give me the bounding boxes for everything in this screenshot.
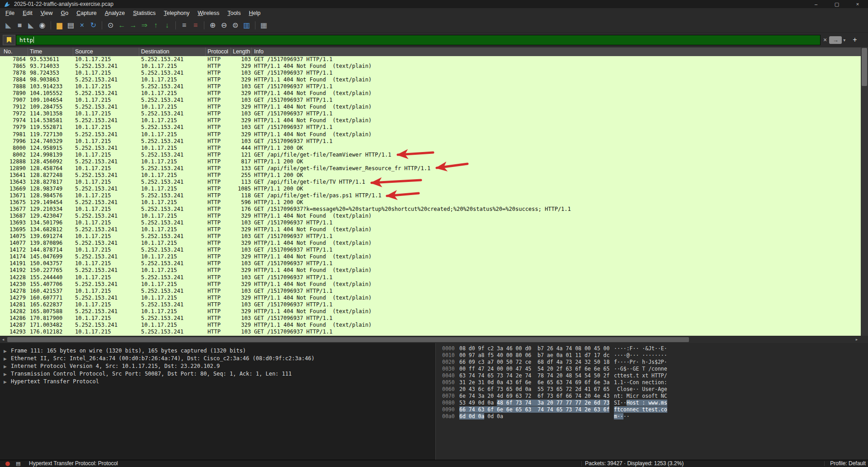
detail-line[interactable]: ▶Hypertext Transfer Protocol [0,377,435,385]
packet-row-13671[interactable]: 13671128.98457610.1.17.2155.252.153.241H… [0,192,861,199]
packet-row-14077[interactable]: 14077139.8708965.252.153.24110.1.17.215H… [0,240,861,247]
packet-row-13695[interactable]: 13695134.6828125.252.153.24110.1.17.215H… [0,226,861,233]
packet-row-7974[interactable]: 7974114.5385815.252.153.24110.1.17.215HT… [0,117,861,124]
minimize-button[interactable]: – [806,0,826,8]
hex-row[interactable]: 004063 74 74 65 73 74 2e 74 78 74 20 48 … [436,372,868,379]
hex-row[interactable]: 009066 74 63 6f 6e 6e 65 63 74 74 65 73 … [436,406,868,413]
packet-row-7878[interactable]: 787898.72435310.1.17.2155.252.153.241HTT… [0,70,861,76]
packet-row-14172[interactable]: 14172144.87871410.1.17.2155.252.153.241H… [0,247,861,253]
go-bottom-icon[interactable]: ↓ [161,20,173,31]
expand-arrow-icon[interactable]: ▶ [0,372,11,376]
filter-apply-button[interactable]: → [829,36,842,44]
menu-item-view[interactable]: View [37,9,57,18]
status-profile[interactable]: Profile: Default [830,460,866,467]
expert-info-icon[interactable] [5,462,10,466]
maximize-button[interactable]: ▢ [826,0,847,8]
column-header-destination[interactable]: Destination [139,48,206,56]
packet-row-14174[interactable]: 14174145.0476995.252.153.24110.1.17.215H… [0,253,861,260]
column-header-no[interactable]: No. [0,48,28,56]
menu-item-analyze[interactable]: Analyze [101,9,129,18]
hex-row[interactable]: 003000 ff 47 24 00 00 47 45 54 20 2f 63 … [436,366,868,372]
colorize-icon[interactable]: ≡ [179,20,190,31]
packet-row-14286[interactable]: 14286170.81790010.1.17.2155.252.153.241H… [0,315,861,322]
packet-list-horizontal-scrollbar[interactable]: ◂ ▸ [0,336,861,343]
packet-row-13675[interactable]: 13675129.1494545.252.153.24110.1.17.215H… [0,199,861,206]
packet-row-14191[interactable]: 14191150.04375710.1.17.2155.252.153.241H… [0,260,861,267]
open-file-icon[interactable]: ▆ [54,20,65,31]
zoom-out-icon[interactable]: ⊖ [218,20,230,31]
go-to-packet-icon[interactable]: ⇒ [139,20,150,31]
packet-row-7865[interactable]: 786593.7140335.252.153.24110.1.17.215HTT… [0,63,861,70]
packet-row-14192[interactable]: 14192150.2277655.252.153.24110.1.17.215H… [0,267,861,274]
capture-comment-icon[interactable]: ▤ [16,460,20,467]
detail-line[interactable]: ▶Frame 111: 165 bytes on wire (1320 bits… [0,346,435,354]
menu-item-capture[interactable]: Capture [72,9,100,18]
packet-row-13693[interactable]: 13693134.50179610.1.17.2155.252.153.241H… [0,219,861,226]
packet-row-7981[interactable]: 7981119.7271305.252.153.24110.1.17.215HT… [0,131,861,138]
close-file-icon[interactable]: × [76,20,88,31]
capture-options-icon[interactable]: ◉ [37,20,48,31]
expand-arrow-icon[interactable]: ▶ [0,380,11,384]
packet-list-header[interactable]: No.TimeSourceDestinationProtocolLengthIn… [0,47,861,56]
detail-line[interactable]: ▶Internet Protocol Version 4, Src: 10.1.… [0,362,435,369]
menu-item-help[interactable]: Help [245,9,264,18]
vertical-scroll-thumb[interactable] [862,48,867,86]
zoom-in-icon[interactable]: ⊕ [207,20,218,31]
packet-row-13687[interactable]: 13687129.4230475.252.153.24110.1.17.215H… [0,213,861,219]
go-top-icon[interactable]: ↑ [150,20,161,31]
packet-row-8002[interactable]: 8002124.99813910.1.17.2155.252.153.241HT… [0,152,861,158]
display-filter-input[interactable]: http [16,35,821,45]
filter-clear-button[interactable]: × [823,36,827,43]
detail-line[interactable]: ▶Transmission Control Protocol, Src Port… [0,369,435,377]
packet-row-14293[interactable]: 14293176.01218210.1.17.2155.252.153.241H… [0,329,861,335]
packet-row-12890[interactable]: 12890128.45876410.1.17.2155.252.153.241H… [0,165,861,172]
horizontal-scroll-thumb[interactable] [7,337,689,342]
hex-row[interactable]: 006020 43 6c 6f 73 65 0d 0a 55 73 65 72 … [436,386,868,393]
auto-scroll-icon[interactable]: ≡ [190,20,201,31]
packet-row-14279[interactable]: 14279160.6077715.252.153.24110.1.17.215H… [0,295,861,301]
restart-capture-icon[interactable]: ◣ [25,20,37,31]
zoom-100-icon[interactable]: ⊜ [230,20,241,31]
scroll-left-icon[interactable]: ◂ [0,336,6,343]
go-forward-icon[interactable]: → [127,20,139,31]
packet-row-7890[interactable]: 7890104.1055525.252.153.24110.1.17.215HT… [0,90,861,97]
packet-row-14282[interactable]: 14282165.8075885.252.153.24110.1.17.215H… [0,308,861,315]
filter-dropdown-icon[interactable]: ▾ [843,38,845,43]
menu-item-telephony[interactable]: Telephony [160,9,193,18]
hex-row[interactable]: 008053 49 0d 0a 48 6f 73 74 3a 20 77 77 … [436,400,868,406]
filter-bookmark-button[interactable] [3,35,15,45]
save-file-icon[interactable]: ▤ [65,20,76,31]
packet-row-7912[interactable]: 7912109.2847555.252.153.24110.1.17.215HT… [0,104,861,110]
hex-row[interactable]: 005031 2e 31 0d 0a 43 6f 6e 6e 65 63 74 … [436,379,868,386]
column-header-source[interactable]: Source [73,48,139,56]
scroll-right-icon[interactable]: ▸ [854,336,860,343]
start-capture-icon[interactable]: ◣ [3,20,14,31]
stop-capture-icon[interactable]: ■ [14,20,25,31]
packet-row-7972[interactable]: 7972114.30135810.1.17.2155.252.153.241HT… [0,110,861,117]
packet-row-7864[interactable]: 786493.53361110.1.17.2155.252.153.241HTT… [0,56,861,63]
column-header-protocol[interactable]: Protocol [206,48,231,56]
expand-arrow-icon[interactable]: ▶ [0,357,11,361]
display-columns-icon[interactable]: ▦ [258,20,269,31]
packet-row-7884[interactable]: 788498.9038635.252.153.24110.1.17.215HTT… [0,76,861,83]
menu-item-file[interactable]: File [1,9,19,18]
expand-arrow-icon[interactable]: ▶ [0,364,11,369]
menu-item-statistics[interactable]: Statistics [129,9,160,18]
find-packet-icon[interactable]: ⊙ [105,20,116,31]
column-header-info[interactable]: Info [252,48,861,56]
packet-row-14287[interactable]: 14287171.0034825.252.153.24110.1.17.215H… [0,322,861,329]
packet-row-14281[interactable]: 14281165.62283710.1.17.2155.252.153.241H… [0,301,861,308]
hex-row[interactable]: 002066 09 c3 a7 00 50 72 ce 68 df 4a 73 … [436,359,868,366]
detail-line[interactable]: ▶Ethernet II, Src: Intel_26:4a:74 (00:d0… [0,354,435,362]
packet-row-14230[interactable]: 14230155.4077065.252.153.24110.1.17.215H… [0,281,861,288]
packet-row-7888[interactable]: 7888103.91423310.1.17.2155.252.153.241HT… [0,83,861,90]
reload-file-icon[interactable]: ↻ [88,20,99,31]
hex-row[interactable]: 00a06d 0d 0a 0d 0am···· [436,413,868,420]
menu-item-tools[interactable]: Tools [223,9,245,18]
packet-row-13669[interactable]: 13669128.9837495.252.153.24110.1.17.215H… [0,186,861,192]
packet-row-13643[interactable]: 13643128.82781710.1.17.2155.252.153.241H… [0,179,861,186]
expand-arrow-icon[interactable]: ▶ [0,349,11,353]
packet-row-14075[interactable]: 14075139.69127410.1.17.2155.252.153.241H… [0,233,861,240]
packet-row-7979[interactable]: 7979119.55287110.1.17.2155.252.153.241HT… [0,124,861,131]
hex-row[interactable]: 00706e 74 3a 20 4d 69 63 72 6f 73 6f 66 … [436,393,868,400]
